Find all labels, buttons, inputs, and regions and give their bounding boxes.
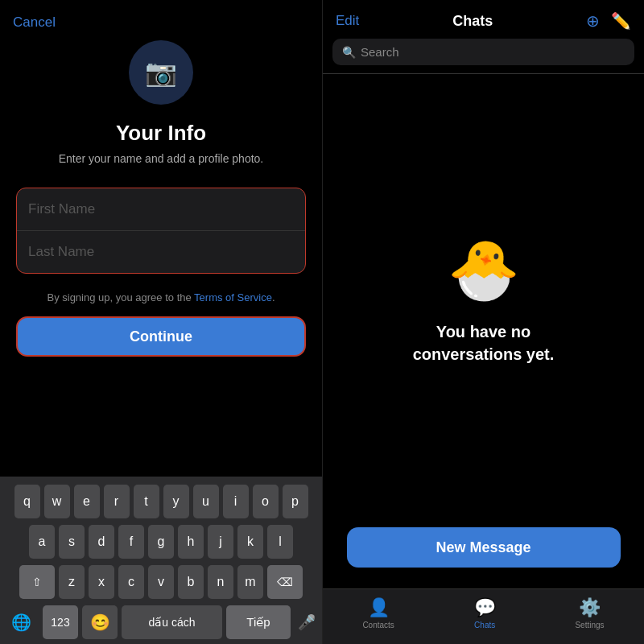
key-123[interactable]: 123 <box>43 605 78 639</box>
header-icons: ⊕ ✏️ <box>586 11 631 31</box>
key-m[interactable]: m <box>237 565 263 599</box>
camera-icon: 📷 <box>145 57 177 88</box>
tab-settings[interactable]: ⚙️ Settings <box>559 596 620 631</box>
no-conversations-text: You have noconversations yet. <box>413 320 555 365</box>
key-s[interactable]: s <box>59 525 85 559</box>
key-p[interactable]: p <box>283 485 308 518</box>
keyboard: q w e r t y u i o p a s d f g h j k l ⇧ … <box>0 477 322 644</box>
compose-icon[interactable]: ✏️ <box>611 11 631 31</box>
chats-label: Chats <box>474 621 495 630</box>
key-j[interactable]: j <box>208 525 233 559</box>
keyboard-bottom-row: 🌐 123 😊 dấu cách Tiếp 🎤 <box>3 605 319 639</box>
terms-text: By signing up, you agree to the Terms of… <box>47 291 275 303</box>
terms-of-service-link[interactable]: Terms of Service <box>194 291 272 303</box>
key-v[interactable]: v <box>148 565 174 599</box>
search-bar[interactable]: 🔍 Search <box>332 39 634 65</box>
tab-contacts[interactable]: 👤 Contacts <box>346 596 410 631</box>
new-message-button[interactable]: New Message <box>347 527 621 568</box>
key-o[interactable]: o <box>253 485 279 518</box>
contacts-icon: 👤 <box>368 597 390 618</box>
key-u[interactable]: u <box>193 485 219 518</box>
chats-title: Chats <box>452 13 493 30</box>
key-q[interactable]: q <box>14 485 40 518</box>
key-h[interactable]: h <box>178 525 204 559</box>
key-b[interactable]: b <box>178 565 204 599</box>
settings-icon: ⚙️ <box>579 597 601 618</box>
key-l[interactable]: l <box>267 525 293 559</box>
right-panel: Edit Chats ⊕ ✏️ 🔍 Search 🐣 You have noco… <box>322 0 644 644</box>
key-r[interactable]: r <box>104 485 130 518</box>
key-emoji[interactable]: 😊 <box>82 605 118 639</box>
last-name-input[interactable] <box>17 231 305 273</box>
key-g[interactable]: g <box>148 525 174 559</box>
key-f[interactable]: f <box>118 525 144 559</box>
key-x[interactable]: x <box>89 565 114 599</box>
your-info-title: Your Info <box>116 121 206 146</box>
key-space[interactable]: dấu cách <box>122 605 222 639</box>
key-k[interactable]: k <box>237 525 263 559</box>
chats-empty-state: 🐣 You have noconversations yet. <box>323 74 644 527</box>
keyboard-row-2: a s d f g h j k l <box>3 525 319 559</box>
bottom-tab-bar: 👤 Contacts 💬 Chats ⚙️ Settings <box>323 588 644 644</box>
key-mic[interactable]: 🎤 <box>295 605 319 639</box>
key-globe[interactable]: 🌐 <box>3 605 39 639</box>
chick-emoji: 🐣 <box>448 236 520 304</box>
cancel-button[interactable]: Cancel <box>13 14 56 31</box>
key-t[interactable]: t <box>134 485 159 518</box>
keyboard-row-3: ⇧ z x c v b n m ⌫ <box>3 565 319 599</box>
key-c[interactable]: c <box>118 565 144 599</box>
search-placeholder-text: Search <box>361 45 399 59</box>
key-e[interactable]: e <box>74 485 100 518</box>
key-d[interactable]: d <box>89 525 114 559</box>
key-y[interactable]: y <box>163 485 189 518</box>
left-panel: Cancel 📷 Your Info Enter your name and a… <box>0 0 322 644</box>
key-backspace[interactable]: ⌫ <box>267 565 303 599</box>
search-icon: 🔍 <box>342 46 356 59</box>
tab-chats[interactable]: 💬 Chats <box>458 596 512 631</box>
key-z[interactable]: z <box>59 565 85 599</box>
keyboard-row-1: q w e r t y u i o p <box>3 485 319 518</box>
key-i[interactable]: i <box>223 485 249 518</box>
avatar-circle[interactable]: 📷 <box>129 40 193 105</box>
chats-header: Edit Chats ⊕ ✏️ <box>323 0 644 39</box>
name-inputs-container <box>16 188 306 274</box>
edit-button[interactable]: Edit <box>336 13 359 29</box>
your-info-subtitle: Enter your name and add a profile photo. <box>35 152 288 165</box>
first-name-input[interactable] <box>17 188 305 231</box>
key-a[interactable]: a <box>29 525 55 559</box>
settings-label: Settings <box>575 621 604 630</box>
key-next[interactable]: Tiếp <box>226 605 291 639</box>
add-contact-icon[interactable]: ⊕ <box>586 11 600 31</box>
key-n[interactable]: n <box>208 565 233 599</box>
contacts-label: Contacts <box>362 621 394 630</box>
key-w[interactable]: w <box>44 485 70 518</box>
continue-button[interactable]: Continue <box>16 316 306 357</box>
key-shift[interactable]: ⇧ <box>19 565 55 599</box>
new-message-container: New Message <box>323 527 644 588</box>
chats-icon: 💬 <box>474 597 496 618</box>
